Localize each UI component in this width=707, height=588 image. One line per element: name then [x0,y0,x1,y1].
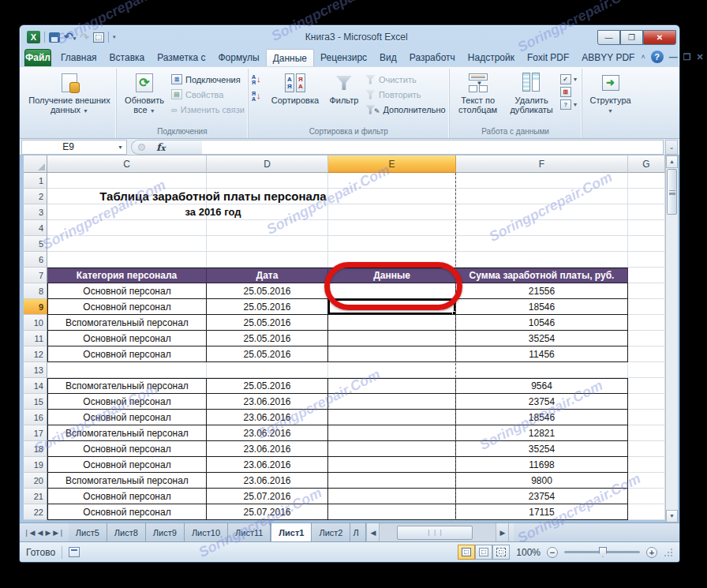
ribbon-tab-разработч[interactable]: Разработч [403,49,462,66]
cell-G3[interactable] [628,204,665,220]
cell-E3[interactable] [328,204,456,220]
remove-duplicates-button[interactable]: Удалить дубликаты [506,69,558,126]
row-header-11[interactable]: 11 [24,331,47,346]
consolidate-button[interactable]: ⊞ [560,86,578,97]
cell-F14[interactable]: 9564 [456,378,628,394]
file-tab[interactable]: Файл [24,49,51,66]
cell-C17[interactable]: Вспомогательный персонал [47,425,207,441]
cell-F10[interactable]: 10546 [456,315,628,331]
zoom-out-icon[interactable]: − [547,547,558,558]
cell-C20[interactable]: Вспомогательный персонал [47,473,207,489]
cell-D8[interactable]: 25.05.2016 [207,283,328,299]
data-validation-button[interactable]: ✓▼ [560,73,578,84]
cell-G6[interactable] [628,252,665,268]
cell-D3[interactable] [207,204,328,220]
horizontal-scroll-track[interactable]: ❘❘❘ [379,523,496,541]
sheet-tab-лист5[interactable]: Лист5 [69,523,107,541]
qat-custom-tool-icon[interactable] [93,32,104,43]
ribbon-tab-рецензирс[interactable]: Рецензирс [314,49,373,66]
sort-ascending-icon[interactable]: АЯ↓ [252,73,265,85]
cell-D2[interactable] [207,189,328,204]
help-icon[interactable]: ? [651,51,664,63]
resize-grip[interactable] [664,548,673,557]
cell-E17[interactable] [328,425,456,441]
row-header-6[interactable]: 6 [24,252,47,268]
expand-formula-bar-icon[interactable]: ⌄ [665,140,678,155]
ribbon-tab-abbyy-pdf[interactable]: ABBYY PDF [575,49,641,66]
cell-D14[interactable]: 25.05.2016 [207,378,328,394]
cell-D4[interactable] [207,220,328,236]
sort-button[interactable]: АЯЯА Сортировка [267,69,323,126]
vertical-scrollbar[interactable]: ▲ ▼ [665,155,678,522]
cell-D20[interactable]: 23.06.2016 [207,473,328,489]
row-header-22[interactable]: 22 [24,504,47,520]
cell-E21[interactable] [328,489,456,504]
select-all-corner[interactable] [24,155,47,173]
advanced-filter-button[interactable]: ✎ Дополнительно [365,103,446,115]
next-sheet-icon[interactable]: ▶ [45,529,50,537]
cell-G1[interactable] [628,173,665,189]
cell-D13[interactable] [207,362,328,378]
cell-E5[interactable] [328,236,456,252]
cell-F21[interactable]: 23754 [456,489,628,504]
cell-C13[interactable] [47,362,207,378]
row-header-2[interactable]: 2 [24,189,47,204]
column-header-C[interactable]: C [47,155,207,173]
cell-C18[interactable]: Основной персонал [47,441,207,457]
cell-F18[interactable]: 35254 [456,441,628,457]
cell-E22[interactable] [328,504,456,520]
row-header-17[interactable]: 17 [24,425,47,441]
connections-button[interactable]: ≣ Подключения [171,73,245,85]
fill-handle[interactable] [452,311,456,315]
refresh-all-button[interactable]: ⟳ Обновить все ▼ [120,69,169,126]
cell-D11[interactable]: 25.05.2016 [207,331,328,346]
row-header-18[interactable]: 18 [24,441,47,457]
hscroll-left-icon[interactable]: ◀ [366,523,379,541]
vertical-scroll-thumb[interactable] [667,169,677,215]
cell-F13[interactable] [456,362,628,378]
cell-G5[interactable] [628,236,665,252]
cell-F2[interactable] [456,189,628,204]
cell-D21[interactable]: 25.07.2016 [207,489,328,504]
save-icon[interactable] [49,32,60,43]
cell-F6[interactable] [456,252,628,268]
cell-C16[interactable]: Основной персонал [47,410,207,425]
cell-E19[interactable] [328,457,456,473]
vertical-scroll-track[interactable] [666,215,678,510]
text-to-columns-button[interactable]: ▼ Текст по столбцам [453,69,503,126]
cell-E4[interactable] [328,220,456,236]
scroll-down-icon[interactable]: ▼ [666,510,678,522]
row-header-16[interactable]: 16 [24,410,47,425]
table-header-F7[interactable]: Сумма заработной платы, руб. [456,268,628,283]
undo-icon[interactable]: ↶▾ [64,31,76,44]
cell-D10[interactable]: 25.05.2016 [207,315,328,331]
cell-F19[interactable]: 11698 [456,457,628,473]
last-sheet-icon[interactable]: ▶❘ [53,529,64,537]
cell-C8[interactable]: Основной персонал [47,283,207,299]
prev-sheet-icon[interactable]: ◀ [37,529,43,537]
column-header-D[interactable]: D [207,155,328,173]
sheet-tab-лист1[interactable]: Лист1 [271,523,312,541]
row-header-8[interactable]: 8 [24,283,47,299]
row-header-20[interactable]: 20 [24,473,47,489]
ribbon-tab-foxit-pdf[interactable]: Foxit PDF [521,49,575,66]
cell-E11[interactable] [328,331,456,346]
row-header-1[interactable]: 1 [24,173,47,189]
cell-F20[interactable]: 9800 [456,473,628,489]
sheet-tab-лист8[interactable]: Лист8 [107,523,146,541]
cell-F9[interactable]: 18546 [456,299,628,315]
excel-logo-icon[interactable]: X [27,31,40,43]
row-header-12[interactable]: 12 [24,346,47,362]
sheet-tab-лист9[interactable]: Лист9 [146,523,185,541]
cell-C4[interactable] [47,220,207,236]
name-box-dropdown-icon[interactable]: ▼ [114,140,126,154]
macro-record-icon[interactable] [69,547,80,557]
cell-D12[interactable]: 25.05.2016 [207,346,328,362]
cell-F17[interactable]: 12821 [456,425,628,441]
column-header-E[interactable]: E [328,155,456,173]
cell-G4[interactable] [628,220,665,236]
close-button[interactable]: ✕ [643,30,676,45]
page-layout-view-button[interactable] [475,545,492,560]
ribbon-tab-вид[interactable]: Вид [373,49,403,66]
ribbon-tab-главная[interactable]: Главная [54,49,103,66]
